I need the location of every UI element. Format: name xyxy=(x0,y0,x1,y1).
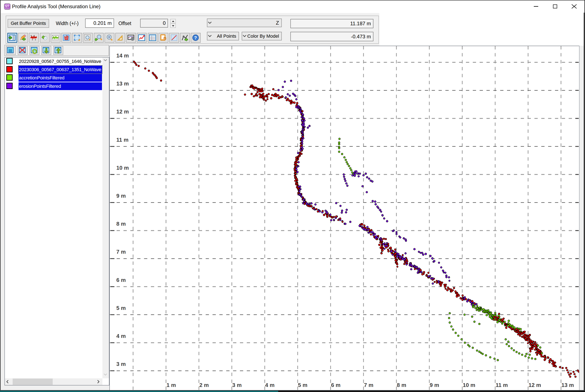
svg-text:11 m: 11 m xyxy=(496,382,508,388)
svg-text:1 m: 1 m xyxy=(166,382,176,388)
svg-text:Modeler: Modeler xyxy=(5,7,10,9)
svg-text:9 m: 9 m xyxy=(430,382,439,388)
svg-text:4 m: 4 m xyxy=(116,333,126,339)
svg-text:13 m: 13 m xyxy=(561,382,574,388)
svg-text:4 m: 4 m xyxy=(265,382,274,388)
svg-text:8 m: 8 m xyxy=(116,221,126,227)
svg-text:6 m: 6 m xyxy=(116,277,126,283)
svg-text:14 m: 14 m xyxy=(116,52,129,59)
svg-text:3 m: 3 m xyxy=(116,361,126,367)
svg-text:=: = xyxy=(108,35,110,39)
svg-text:7 m: 7 m xyxy=(116,249,126,255)
svg-text:3 m: 3 m xyxy=(232,382,242,388)
svg-text:8 m: 8 m xyxy=(397,382,406,388)
svg-text:12 m: 12 m xyxy=(528,382,541,388)
svg-text:2 m: 2 m xyxy=(199,382,209,388)
svg-text:7 m: 7 m xyxy=(364,382,373,388)
svg-text:QT: QT xyxy=(5,4,10,7)
svg-text:5 m: 5 m xyxy=(298,382,308,388)
svg-text:12 m: 12 m xyxy=(116,108,129,115)
svg-text:?: ? xyxy=(194,35,197,40)
svg-text:10 m: 10 m xyxy=(463,382,475,388)
svg-text:10 m: 10 m xyxy=(116,165,129,171)
svg-text:5 m: 5 m xyxy=(116,305,126,311)
svg-text:11 m: 11 m xyxy=(116,137,129,143)
svg-text:9 m: 9 m xyxy=(116,193,126,199)
svg-text:6 m: 6 m xyxy=(331,382,341,388)
svg-text:13 m: 13 m xyxy=(116,80,129,87)
